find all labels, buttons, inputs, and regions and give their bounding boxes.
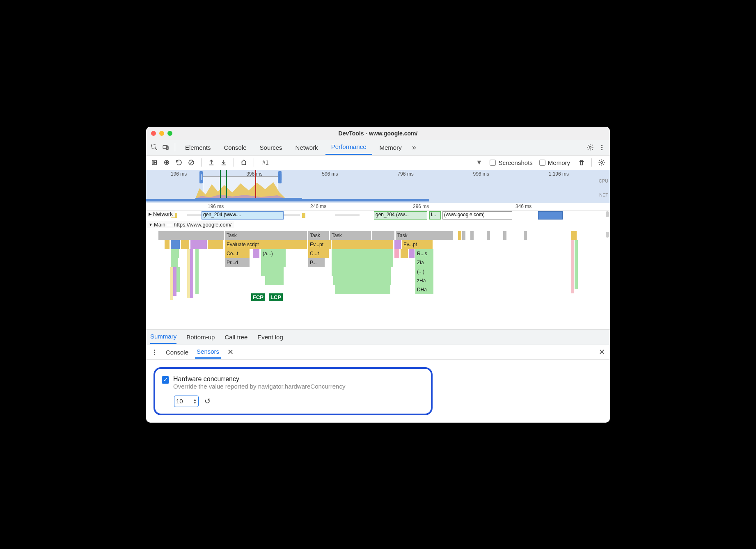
flame-block[interactable] [171,258,178,267]
tab-sources[interactable]: Sources [254,140,288,155]
flame-eval-script[interactable]: Ev...pt [402,240,433,249]
flame-task[interactable]: Task [225,231,307,240]
settings-icon[interactable] [585,142,595,152]
flame-block[interactable] [571,231,577,240]
drawer-tab-console[interactable]: Console [164,346,190,358]
flame-process[interactable]: Pr...d [225,258,250,267]
tab-bottom-up[interactable]: Bottom-up [186,330,215,344]
close-window-button[interactable] [151,131,156,136]
flame-block[interactable] [524,231,527,240]
tab-performance[interactable]: Performance [325,140,372,155]
network-request[interactable]: l... [429,211,441,220]
main-track-header[interactable]: ▼Main — https://www.google.com/ [146,221,234,228]
flame-block[interactable] [394,249,399,258]
tab-elements[interactable]: Elements [179,140,217,155]
reload-button[interactable] [174,158,184,167]
flame-block[interactable]: (...) [415,267,433,276]
flame-process[interactable]: P... [308,258,325,267]
flame-block[interactable] [503,231,506,240]
flame-chart[interactable]: ▶Network gen_204 (www.... gen_204 (ww...… [146,210,610,329]
stepper-icon[interactable]: ▲▼ [193,398,197,404]
flame-block[interactable] [261,258,286,267]
flame-task[interactable] [158,231,224,240]
flame-block[interactable] [458,231,461,240]
flame-block[interactable] [171,249,179,258]
record-circle-button[interactable] [162,158,172,167]
hardware-concurrency-checkbox[interactable]: ✓ [162,376,169,384]
flame-block[interactable] [181,240,189,249]
flame-block[interactable] [462,231,465,240]
more-tabs-icon[interactable]: » [409,142,419,152]
flame-block[interactable] [265,276,284,285]
reset-icon[interactable]: ↺ [204,397,211,406]
flame-block[interactable]: R...s [415,249,433,258]
garbage-collect-icon[interactable] [577,158,586,167]
record-button[interactable] [149,158,159,167]
drawer-menu-icon[interactable] [149,347,159,357]
dropdown-caret-icon[interactable]: ▼ [476,159,483,166]
flame-block[interactable] [401,249,408,258]
network-request[interactable]: (www.google.com) [442,211,512,220]
flame-block[interactable] [394,240,401,249]
timeline-overview[interactable]: 196 ms 396 ms 596 ms 796 ms 996 ms 1,196… [146,170,610,203]
flame-block[interactable] [332,240,393,249]
scroll-indicator[interactable] [606,232,609,238]
fcp-badge[interactable]: FCP [251,293,265,301]
flame-compile[interactable]: C...t [308,249,329,258]
flame-block[interactable] [190,240,207,249]
network-track-header[interactable]: ▶Network [146,210,175,217]
flame-compile[interactable]: Co...t [225,249,250,258]
flame-block[interactable] [261,267,284,276]
drawer-tab-sensors[interactable]: Sensors [195,345,221,359]
flame-anon[interactable]: (a...) [261,249,286,258]
profile-selector[interactable]: #1 [259,158,272,167]
close-drawer-icon[interactable]: ✕ [597,348,607,357]
device-toolbar-icon[interactable] [161,142,171,152]
flame-block[interactable] [253,249,259,258]
upload-button[interactable] [206,158,216,167]
network-event[interactable] [302,213,305,218]
tab-memory[interactable]: Memory [374,140,408,155]
network-request[interactable] [538,211,563,220]
flame-task[interactable]: Task [396,231,453,240]
screenshots-checkbox[interactable]: Screenshots [490,159,532,166]
capture-settings-icon[interactable] [597,158,607,167]
tab-call-tree[interactable]: Call tree [225,330,247,344]
flame-block[interactable] [332,267,391,276]
flame-block[interactable] [470,231,474,240]
flame-block[interactable] [335,285,390,294]
flame-eval-script[interactable]: Evaluate script [225,240,307,249]
flame-eval-script[interactable]: Ev...pt [308,240,331,249]
flame-block[interactable] [487,231,490,240]
minimize-window-button[interactable] [159,131,164,136]
flame-block[interactable] [409,249,415,258]
tab-console[interactable]: Console [218,140,252,155]
flame-dha[interactable]: DHa [415,285,433,294]
maximize-window-button[interactable] [167,131,172,136]
tab-network[interactable]: Network [290,140,324,155]
tab-event-log[interactable]: Event log [257,330,283,344]
flame-task[interactable]: Task [308,231,329,240]
flame-block[interactable] [332,249,393,258]
flame-zha[interactable]: zHa [415,276,433,285]
flame-task[interactable]: Task [330,231,371,240]
flame-block[interactable] [332,258,393,267]
flame-block[interactable] [171,240,180,249]
flame-task[interactable] [372,231,394,240]
home-button[interactable] [239,158,249,167]
flame-block[interactable] [165,240,170,249]
close-tab-icon[interactable]: ✕ [226,348,235,357]
flame-block[interactable] [208,240,223,249]
hardware-concurrency-input[interactable]: 10 ▲▼ [174,396,199,407]
inspect-element-icon[interactable] [149,142,159,152]
network-request[interactable]: gen_204 (ww... [374,211,427,220]
memory-checkbox[interactable]: Memory [539,159,570,166]
flame-block[interactable] [333,276,391,285]
network-request[interactable]: gen_204 (www.... [202,211,284,220]
tab-summary[interactable]: Summary [150,329,176,344]
more-menu-icon[interactable] [597,142,607,152]
lcp-badge[interactable]: LCP [269,293,283,301]
download-button[interactable] [219,158,229,167]
flame-zia[interactable]: Zia [415,258,433,267]
clear-button[interactable] [186,158,196,167]
